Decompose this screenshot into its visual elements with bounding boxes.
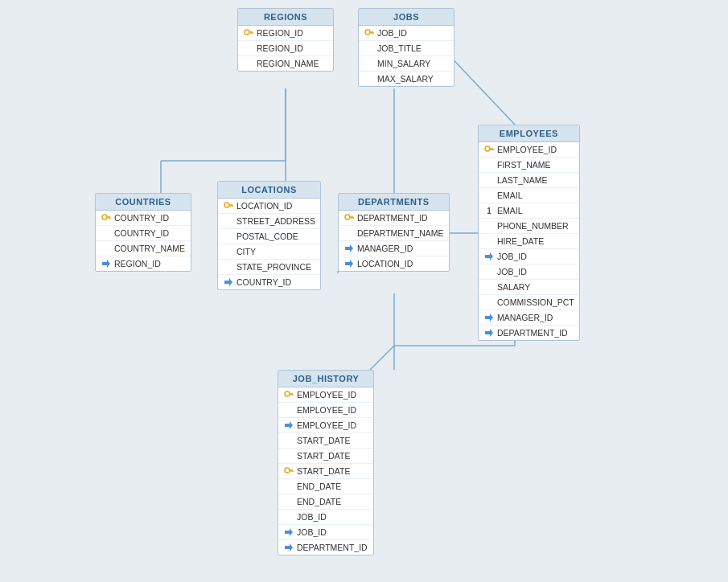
svg-point-13 [245, 30, 249, 35]
row-field-name: DEPARTMENT_ID [357, 213, 428, 223]
row-field-name: JOB_ID [497, 267, 527, 277]
row-field-name: EMPLOYEE_ID [497, 145, 557, 154]
fk-icon [343, 243, 355, 254]
row-field-name: MAX_SALARY [377, 74, 434, 84]
table-header-employees: EMPLOYEES [479, 125, 579, 142]
table-row: MANAGER_ID [339, 241, 449, 256]
svg-point-28 [102, 215, 107, 219]
svg-marker-37 [224, 278, 232, 286]
empty-icon [101, 227, 112, 239]
table-row: COUNTRY_NAME [96, 241, 191, 256]
table-header-jobs: JOBS [359, 9, 454, 26]
empty-icon [364, 43, 375, 54]
row-field-name: MIN_SALARY [377, 59, 430, 68]
row-field-name: FIRST_NAME [497, 160, 551, 170]
empty-icon [483, 281, 495, 293]
empty-icon [243, 43, 254, 54]
row-field-name: JOB_ID [297, 527, 327, 537]
row-field-name: START_DATE [297, 436, 351, 445]
table-row: EMPLOYEE_ID [278, 418, 373, 433]
table-job_history: JOB_HISTORY EMPLOYEE_IDEMPLOYEE_ID EMPLO… [278, 370, 374, 555]
table-row: DEPARTMENT_NAME [339, 226, 449, 241]
empty-icon [343, 227, 355, 239]
table-row: EMPLOYEE_ID [278, 387, 373, 403]
row-field-name: LOCATION_ID [357, 259, 413, 268]
table-regions: REGIONS REGION_IDREGION_IDREGION_NAME [237, 8, 334, 72]
key-icon [343, 212, 355, 223]
table-row: MIN_SALARY [359, 56, 454, 72]
row-field-name: LOCATION_ID [236, 201, 292, 211]
empty-icon [483, 297, 495, 308]
row-field-name: COUNTRY_NAME [114, 244, 185, 253]
empty-icon [243, 58, 254, 69]
row-field-name: DEPARTMENT_NAME [357, 228, 444, 238]
row-field-name: SALARY [497, 282, 530, 292]
table-header-regions: REGIONS [238, 9, 333, 26]
row-field-name: EMPLOYEE_ID [297, 390, 356, 400]
key-icon [283, 389, 294, 400]
table-row: COUNTRY_ID [96, 226, 191, 241]
table-row: END_DATE [278, 494, 373, 510]
table-row: LAST_NAME [479, 173, 579, 188]
table-locations: LOCATIONS LOCATION_IDSTREET_ADDRESSPOSTA… [217, 181, 321, 290]
table-row: JOB_ID [479, 264, 579, 280]
svg-line-9 [370, 346, 394, 370]
empty-icon [283, 496, 294, 507]
row-field-name: START_DATE [297, 466, 351, 476]
row-field-name: POSTAL_CODE [236, 232, 298, 241]
table-row: DEPARTMENT_ID [479, 326, 579, 340]
row-field-name: REGION_ID [114, 259, 161, 268]
svg-marker-42 [345, 244, 353, 252]
table-row: EMAIL [479, 188, 579, 203]
table-row: REGION_ID [238, 26, 333, 41]
fk-icon [483, 327, 495, 338]
table-row: LOCATION_ID [339, 256, 449, 271]
row-field-name: END_DATE [297, 482, 341, 491]
table-row: MANAGER_ID [479, 310, 579, 326]
row-field-name: HIRE_DATE [497, 236, 544, 246]
table-jobs: JOBS JOB_IDJOB_TITLEMIN_SALARYMAX_SALARY [358, 8, 454, 87]
table-row: JOB_ID [359, 26, 454, 41]
row-field-name: MANAGER_ID [357, 244, 413, 253]
empty-icon [364, 73, 375, 84]
row-field-name: END_DATE [297, 497, 341, 506]
table-row: SALARY [479, 280, 579, 295]
empty-icon [223, 215, 234, 227]
table-header-job_history: JOB_HISTORY [278, 371, 373, 387]
svg-marker-32 [102, 260, 110, 268]
table-employees: EMPLOYEES EMPLOYEE_IDFIRST_NAMELAST_NAME… [478, 125, 580, 341]
row-field-name: PHONE_NUMBER [497, 221, 569, 231]
row-field-name: LAST_NAME [497, 175, 547, 185]
svg-marker-53 [285, 528, 293, 536]
table-row: START_DATE [278, 449, 373, 464]
row-field-name: COMMISSION_PCT [497, 297, 574, 307]
table-row: JOB_ID [278, 510, 373, 525]
row-field-name: JOB_ID [377, 28, 407, 38]
svg-marker-48 [285, 421, 293, 429]
table-row: EMPLOYEE_ID [278, 403, 373, 418]
key-icon [364, 27, 375, 39]
svg-point-38 [345, 215, 350, 219]
svg-marker-43 [345, 260, 353, 268]
empty-icon [483, 190, 495, 201]
key-icon [283, 465, 294, 477]
row-field-name: EMPLOYEE_ID [297, 420, 356, 430]
empty-icon [223, 261, 234, 273]
row-field-name: COUNTRY_ID [114, 213, 169, 223]
table-countries: COUNTRIES COUNTRY_IDCOUNTRY_IDCOUNTRY_NA… [95, 193, 191, 272]
svg-marker-27 [485, 329, 493, 337]
svg-marker-26 [485, 314, 493, 322]
key-icon [483, 144, 495, 155]
table-row: CITY [218, 244, 320, 260]
table-row: EMPLOYEE_ID [479, 142, 579, 158]
empty-icon [101, 243, 112, 254]
table-row: MAX_SALARY [359, 72, 454, 86]
row-field-name: REGION_NAME [257, 59, 319, 68]
row-field-name: START_DATE [297, 451, 351, 461]
table-row: COUNTRY_ID [218, 275, 320, 289]
table-header-countries: COUNTRIES [96, 194, 191, 211]
empty-icon [283, 481, 294, 492]
table-row: FIRST_NAME [479, 158, 579, 173]
empty-icon [283, 450, 294, 461]
table-row: START_DATE [278, 464, 373, 479]
